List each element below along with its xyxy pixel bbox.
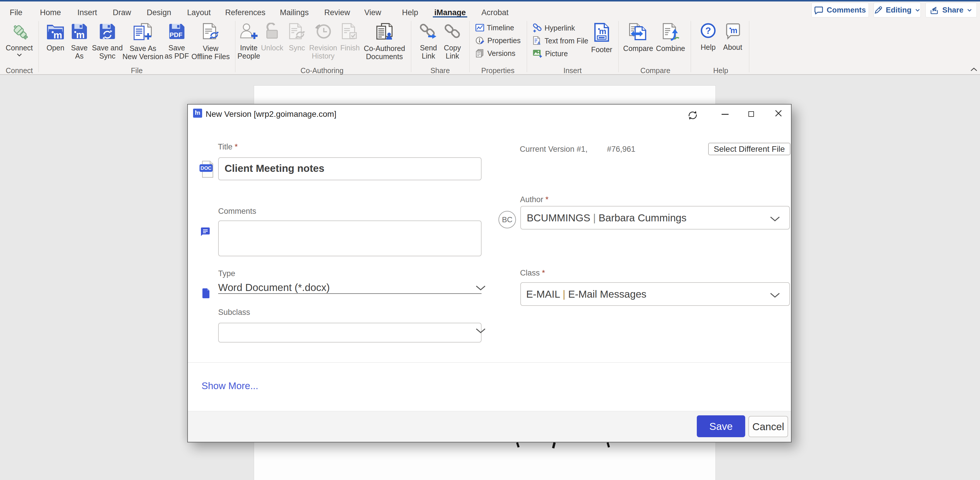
svg-text:?: ? <box>705 25 711 36</box>
svg-text:m: m <box>76 29 84 40</box>
svg-text:m: m <box>53 29 62 40</box>
svg-text:DOC: DOC <box>200 165 212 171</box>
svg-text:m: m <box>730 26 737 35</box>
svg-text:m: m <box>599 27 606 36</box>
svg-text:PDF: PDF <box>169 31 182 38</box>
svg-text:A: A <box>537 41 541 46</box>
